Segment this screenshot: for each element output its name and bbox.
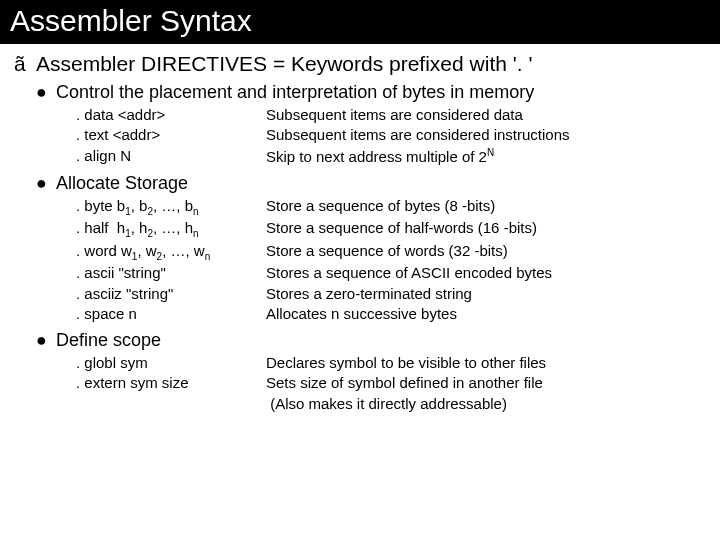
directive-grid-allocate: . byte b1, b2, …, bn Store a sequence of… — [76, 196, 706, 324]
directive-left: . asciiz "string" — [76, 284, 256, 304]
directive-left: . text <addr> — [76, 125, 256, 145]
directive-right: Allocates n successive bytes — [266, 304, 706, 324]
sub-heading-scope: ● Define scope — [36, 330, 706, 351]
sub-heading-control: ● Control the placement and interpretati… — [36, 82, 706, 103]
directive-right: Stores a sequence of ASCII encoded bytes — [266, 263, 706, 283]
bullet-icon: ● — [36, 174, 56, 192]
bullet-icon: ● — [36, 83, 56, 101]
directive-right: Sets size of symbol defined in another f… — [266, 373, 706, 414]
directive-left: . extern sym size — [76, 373, 256, 414]
sub-heading-text: Allocate Storage — [56, 173, 188, 194]
sub-heading-text: Define scope — [56, 330, 161, 351]
bullet-icon: ● — [36, 331, 56, 349]
directive-grid-scope: . globl sym Declares symbol to be visibl… — [76, 353, 706, 414]
main-bullet-text: Assembler DIRECTIVES = Keywords prefixed… — [36, 52, 532, 76]
slide-content: ã Assembler DIRECTIVES = Keywords prefix… — [0, 44, 720, 414]
directive-left: . half h1, h2, …, hn — [76, 218, 256, 241]
directive-left: . data <addr> — [76, 105, 256, 125]
directive-left: . space n — [76, 304, 256, 324]
directive-left: . align N — [76, 146, 256, 167]
directive-right: Store a sequence of half-words (16 -bits… — [266, 218, 706, 241]
main-bullet-row: ã Assembler DIRECTIVES = Keywords prefix… — [14, 52, 706, 76]
directive-left: . globl sym — [76, 353, 256, 373]
directive-right: Subsequent items are considered data — [266, 105, 706, 125]
main-bullet-icon: ã — [14, 52, 36, 76]
sub-heading-allocate: ● Allocate Storage — [36, 173, 706, 194]
directive-right: Skip to next address multiple of 2N — [266, 146, 706, 167]
directive-grid-control: . data <addr> Subsequent items are consi… — [76, 105, 706, 167]
slide-title: Assembler Syntax — [0, 0, 720, 44]
directive-right: Subsequent items are considered instruct… — [266, 125, 706, 145]
directive-left: . byte b1, b2, …, bn — [76, 196, 256, 219]
directive-right: Store a sequence of bytes (8 -bits) — [266, 196, 706, 219]
directive-right: Store a sequence of words (32 -bits) — [266, 241, 706, 264]
sub-heading-text: Control the placement and interpretation… — [56, 82, 534, 103]
directive-right: Stores a zero-terminated string — [266, 284, 706, 304]
directive-left: . word w1, w2, …, wn — [76, 241, 256, 264]
directive-left: . ascii "string" — [76, 263, 256, 283]
directive-right: Declares symbol to be visible to other f… — [266, 353, 706, 373]
